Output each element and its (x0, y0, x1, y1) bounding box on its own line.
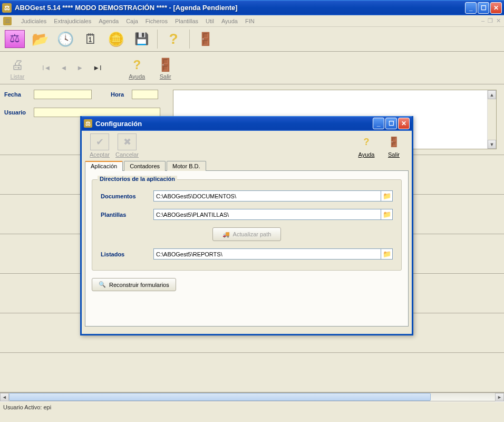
tab-panel: Directorios de la aplicación Documentos … (85, 170, 409, 327)
listar-label: Listar (11, 73, 25, 80)
documentos-input[interactable] (153, 190, 381, 202)
tab-aplicacion[interactable]: Aplicación (85, 161, 123, 171)
sub-toolbar: 🖨 Listar I◄ ◄ ► ►I ? Ayuda 🚪 Salir (0, 52, 504, 84)
list-row (0, 353, 504, 392)
mdi-close-icon[interactable]: ✕ (496, 17, 501, 24)
mdi-app-icon: ⚖ (3, 17, 12, 25)
aceptar-button[interactable]: ✔ Aceptar (86, 133, 113, 158)
exit-door-icon: 🚪 (158, 56, 173, 73)
printer-icon: 🖨 (11, 56, 24, 73)
toolbar-open-button[interactable]: 📂 (28, 28, 52, 50)
check-icon: ✔ (90, 133, 109, 150)
ayuda-label: Ayuda (129, 73, 145, 80)
scroll-left-icon[interactable]: ◄ (0, 393, 9, 401)
toolbar-balance-button[interactable] (3, 28, 26, 50)
documentos-label: Documentos (101, 193, 153, 199)
close-button[interactable]: ✕ (490, 2, 502, 14)
listados-browse-button[interactable]: 📁 (381, 248, 393, 260)
toolbar-disk-button[interactable]: 💾 (130, 28, 153, 50)
main-toolbar: 📂 🕓 🗓 🪙 💾 ? 🚪 (0, 27, 504, 52)
scroll-thumb[interactable] (9, 393, 431, 401)
menubar: ⚖ Judiciales Extrajudiciales Agenda Caja… (0, 15, 504, 27)
folder-icon: 📁 (383, 250, 391, 258)
hora-input[interactable] (132, 90, 158, 99)
actualizar-label: Actualizar path (233, 231, 272, 237)
exit-door-icon: 🚪 (198, 32, 214, 46)
dialog-tabs: Aplicación Contadores Motor B.D. (82, 161, 412, 171)
tab-contadores[interactable]: Contadores (124, 161, 166, 171)
dialog-close-button[interactable]: ✕ (398, 118, 410, 129)
toolbar-calendar-button[interactable]: 🗓 (79, 28, 102, 50)
menu-extrajudiciales[interactable]: Extrajudiciales (54, 18, 91, 24)
clock-icon: 🕓 (57, 31, 74, 47)
menu-fin[interactable]: FIN (245, 18, 255, 24)
maximize-button[interactable]: ☐ (478, 2, 489, 14)
menu-plantillas[interactable]: Plantillas (175, 18, 198, 24)
salir-button[interactable]: 🚪 Salir (151, 53, 180, 83)
folder-icon: 📁 (383, 192, 391, 200)
config-dialog: ⚖ Configuración _ ☐ ✕ ✔ Aceptar ✖ Cancel… (80, 116, 413, 335)
window-title: ABOGest 5.14 **** MODO DEMOSTRACIÓN ****… (15, 4, 465, 12)
scroll-down-icon[interactable]: ▼ (488, 140, 496, 149)
truck-icon: 🚚 (222, 231, 230, 238)
cancelar-label: Cancelar (115, 151, 139, 158)
dialog-toolbar: ✔ Aceptar ✖ Cancelar ? Ayuda 🚪 Salir (82, 131, 412, 160)
balance-icon (5, 30, 25, 48)
horizontal-scrollbar[interactable]: ◄ ► (0, 392, 504, 401)
toolbar-clock-button[interactable]: 🕓 (54, 28, 77, 50)
textarea-scrollbar[interactable]: ▲ ▼ (487, 90, 496, 149)
groupbox-title: Directorios de la aplicación (98, 176, 177, 182)
toolbar-coins-button[interactable]: 🪙 (104, 28, 128, 50)
menu-agenda[interactable]: Agenda (99, 18, 119, 24)
menu-ayuda[interactable]: Ayuda (221, 18, 238, 24)
coins-icon: 🪙 (108, 31, 124, 47)
dialog-ayuda-button[interactable]: ? Ayuda (353, 133, 380, 158)
actualizar-path-button[interactable]: 🚚 Actualizar path (212, 227, 281, 241)
fecha-input[interactable] (34, 90, 92, 99)
plantillas-browse-button[interactable]: 📁 (381, 209, 393, 220)
scroll-up-icon[interactable]: ▲ (488, 90, 496, 99)
nav-next-icon[interactable]: ► (76, 64, 83, 72)
folder-open-icon: 📂 (32, 31, 49, 47)
mdi-minimize-icon[interactable]: – (481, 17, 484, 24)
dialog-minimize-button[interactable]: _ (373, 118, 384, 129)
status-text: Usuario Activo: epi (3, 404, 51, 410)
toolbar-exit-button[interactable]: 🚪 (194, 28, 217, 50)
help-icon: ? (357, 133, 376, 150)
scroll-right-icon[interactable]: ► (495, 393, 504, 401)
menu-util[interactable]: Util (206, 18, 214, 24)
usuario-label: Usuario (4, 109, 34, 116)
salir-label: Salir (160, 73, 171, 80)
nav-prev-icon[interactable]: ◄ (60, 64, 67, 72)
dialog-maximize-button[interactable]: ☐ (385, 118, 397, 129)
ayuda-button[interactable]: ? Ayuda (123, 53, 151, 83)
listar-button[interactable]: 🖨 Listar (3, 53, 32, 83)
dialog-title: Configuración (95, 120, 373, 128)
scroll-track[interactable] (9, 393, 495, 401)
hora-label: Hora (111, 91, 132, 98)
aceptar-label: Aceptar (90, 151, 110, 158)
toolbar-help-button[interactable]: ? (162, 28, 185, 50)
cancelar-button[interactable]: ✖ Cancelar (113, 133, 141, 158)
directorios-groupbox: Directorios de la aplicación Documentos … (92, 179, 402, 271)
menu-judiciales[interactable]: Judiciales (21, 18, 46, 24)
statusbar: Usuario Activo: epi (0, 401, 504, 412)
listados-label: Listados (101, 251, 153, 257)
dialog-app-icon: ⚖ (84, 119, 92, 128)
minimize-button[interactable]: _ (465, 2, 477, 14)
menu-caja[interactable]: Caja (126, 18, 138, 24)
calendar-icon: 🗓 (84, 31, 98, 47)
documentos-browse-button[interactable]: 📁 (381, 190, 393, 202)
plantillas-label: Plantillas (101, 212, 153, 218)
tab-motor-bd[interactable]: Motor B.D. (167, 161, 206, 171)
nav-last-icon[interactable]: ►I (93, 64, 101, 72)
reconstruir-button[interactable]: 🔍 Reconstruir formularios (92, 278, 176, 291)
mdi-restore-icon[interactable]: ❐ (488, 17, 493, 24)
dialog-ayuda-label: Ayuda (358, 151, 375, 158)
menu-ficheros[interactable]: Ficheros (146, 18, 168, 24)
nav-buttons: I◄ ◄ ► ►I (42, 64, 102, 72)
dialog-salir-button[interactable]: 🚪 Salir (380, 133, 408, 158)
nav-first-icon[interactable]: I◄ (42, 64, 51, 72)
plantillas-input[interactable] (153, 209, 381, 220)
listados-input[interactable] (153, 248, 381, 260)
